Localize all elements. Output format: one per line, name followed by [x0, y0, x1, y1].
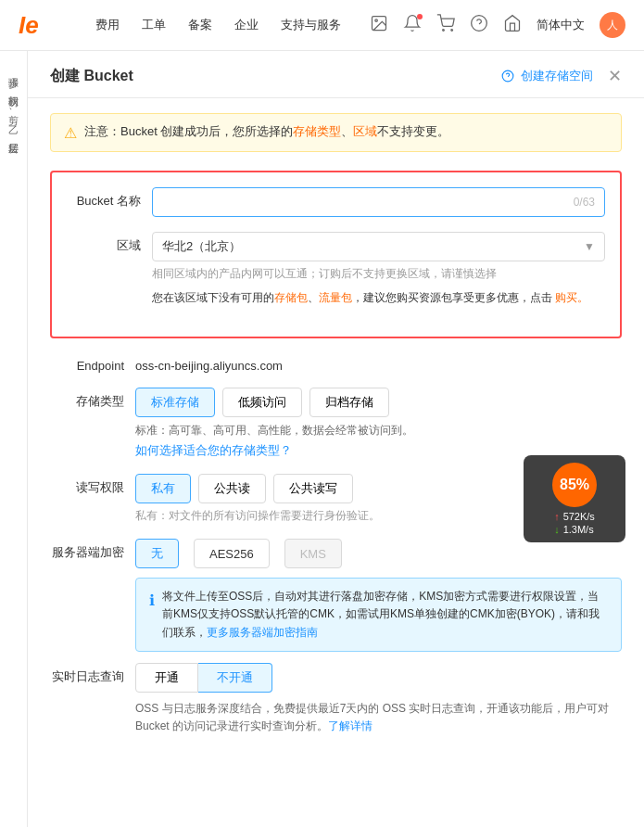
- log-label: 实时日志查询: [50, 663, 124, 685]
- highlight-section: Bucket 名称 0/63 区域 华北2: [50, 171, 622, 338]
- bell-badge: [417, 14, 423, 19]
- dialog-title: 创建 Bucket: [50, 67, 133, 86]
- region-control: 华北2（北京） ▼ 相同区域内的产品内网可以互通；订购后不支持更换区域，请谨慎选…: [152, 232, 605, 307]
- encryption-buttons: 无 AES256 KMS: [135, 539, 622, 568]
- bucket-name-input[interactable]: [162, 196, 574, 210]
- permission-public-read[interactable]: 公共读: [198, 474, 266, 503]
- up-speed: 572K/s: [563, 511, 595, 522]
- bucket-name-label: Bucket 名称: [67, 187, 141, 210]
- endpoint-control: oss-cn-beijing.aliyuncs.com: [135, 353, 622, 373]
- bucket-name-input-wrapper[interactable]: 0/63: [152, 187, 605, 217]
- dialog-header-right: 创建存储空间 ✕: [501, 66, 622, 86]
- traffic-pack-link[interactable]: 流量包: [319, 291, 352, 304]
- encrypt-kms[interactable]: KMS: [284, 539, 342, 568]
- speed-circle: 85%: [552, 463, 597, 507]
- region-label: 区域: [67, 232, 141, 254]
- region-select[interactable]: 华北2（北京） ▼: [152, 232, 605, 261]
- lang-select[interactable]: 简体中文: [537, 17, 585, 33]
- nav-fee[interactable]: 费用: [95, 17, 120, 33]
- storage-type-label: 存储类型: [50, 388, 124, 410]
- encryption-row: 服务器端加密 无 AES256 KMS ℹ 将文件上传至OSS后，自动对其进行落…: [50, 539, 622, 652]
- speed-down-row: ↓ 1.3M/s: [554, 524, 595, 535]
- nav-enterprise[interactable]: 企业: [234, 17, 259, 33]
- main-area: 步骤 访问权 剪、乙 层转层 创建 Bucket 创建存储空间 ✕: [0, 51, 644, 827]
- encryption-notice-text: 将文件上传至OSS后，自动对其进行落盘加密存储，KMS加密方式需要进行权限设置，…: [162, 588, 608, 642]
- endpoint-row: Endpoint oss-cn-beijing.aliyuncs.com: [50, 353, 622, 373]
- image-icon[interactable]: [370, 14, 388, 37]
- create-storage-help-link[interactable]: 创建存储空间: [501, 68, 593, 84]
- endpoint-label: Endpoint: [50, 353, 124, 373]
- storage-pack-link[interactable]: 存储包: [274, 291, 308, 304]
- up-arrow-icon: ↑: [554, 511, 560, 522]
- cart-icon[interactable]: [436, 14, 455, 37]
- help-icon[interactable]: [470, 14, 488, 37]
- storage-type-help-link[interactable]: 如何选择适合您的存储类型？: [135, 443, 292, 457]
- buy-link[interactable]: 购买。: [555, 291, 588, 304]
- endpoint-value: oss-cn-beijing.aliyuncs.com: [135, 353, 622, 373]
- down-arrow-icon: ↓: [554, 524, 560, 535]
- svg-point-1: [375, 19, 378, 20]
- permission-public-readwrite[interactable]: 公共读写: [273, 474, 353, 503]
- info-icon: ℹ: [149, 589, 155, 613]
- close-button[interactable]: ✕: [608, 66, 622, 86]
- speed-up-row: ↑ 572K/s: [554, 511, 595, 522]
- user-avatar[interactable]: 人: [600, 12, 625, 38]
- svg-point-2: [443, 29, 445, 31]
- encrypt-aes256[interactable]: AES256: [194, 539, 270, 568]
- speed-numbers: ↑ 572K/s ↓ 1.3M/s: [554, 511, 595, 535]
- dialog-body: ⚠ 注意：Bucket 创建成功后，您所选择的存储类型、区域不支持变更。 Buc…: [28, 98, 644, 772]
- storage-type-infrequent[interactable]: 低频访问: [222, 388, 302, 417]
- warning-text: 注意：Bucket 创建成功后，您所选择的存储类型、区域不支持变更。: [84, 123, 449, 140]
- region-warning: 您在该区域下没有可用的存储包、流量包，建议您购买资源包享受更多优惠，点击 购买。: [152, 289, 605, 307]
- logo: Ie: [19, 11, 39, 40]
- encryption-control: 无 AES256 KMS ℹ 将文件上传至OSS后，自动对其进行落盘加密存储，K…: [135, 539, 622, 652]
- encryption-notice: ℹ 将文件上传至OSS后，自动对其进行落盘加密存储，KMS加密方式需要进行权限设…: [135, 578, 622, 652]
- permission-private[interactable]: 私有: [135, 474, 191, 503]
- create-bucket-dialog: 创建 Bucket 创建存储空间 ✕ ⚠ 注意：Bucket 创建成功后，您所选…: [28, 51, 644, 827]
- log-row: 实时日志查询 开通 不开通 OSS 与日志服务深度结合，免费提供最近7天内的 O…: [50, 663, 622, 735]
- bucket-name-counter: 0/63: [574, 196, 595, 209]
- bell-icon[interactable]: [403, 14, 422, 37]
- speed-widget: 85% ↑ 572K/s ↓ 1.3M/s: [524, 455, 625, 542]
- top-nav: Ie 费用 工单 备案 企业 支持与服务 简体中文 人: [0, 0, 644, 51]
- sidebar-item-2[interactable]: 剪、乙: [6, 107, 20, 117]
- region-value: 华北2（北京）: [162, 238, 241, 255]
- log-toggle-buttons: 开通 不开通: [135, 663, 622, 693]
- warning-icon: ⚠: [64, 124, 77, 142]
- dialog-wrapper: 创建 Bucket 创建存储空间 ✕ ⚠ 注意：Bucket 创建成功后，您所选…: [28, 51, 644, 827]
- storage-type-buttons: 标准存储 低频访问 归档存储: [135, 388, 622, 417]
- svg-point-4: [472, 15, 487, 31]
- log-open-btn[interactable]: 开通: [135, 663, 198, 693]
- storage-type-archive[interactable]: 归档存储: [309, 388, 389, 417]
- encrypt-none[interactable]: 无: [135, 539, 179, 568]
- permission-label: 读写权限: [50, 474, 124, 496]
- help-link-text: 创建存储空间: [521, 68, 593, 84]
- chevron-down-icon: ▼: [584, 240, 595, 253]
- bucket-name-row: Bucket 名称 0/63: [67, 187, 605, 217]
- down-speed: 1.3M/s: [563, 524, 594, 535]
- storage-type-row: 存储类型 标准存储 低频访问 归档存储 标准：高可靠、高可用、高性能，数据会经常…: [50, 388, 622, 459]
- nav-ticket[interactable]: 工单: [142, 17, 166, 33]
- nav-links: 费用 工单 备案 企业 支持与服务: [67, 17, 370, 33]
- log-desc: OSS 与日志服务深度结合，免费提供最近7天内的 OSS 实时日志查询，开通该功…: [135, 700, 622, 735]
- sidebar: 步骤 访问权 剪、乙 层转层: [0, 51, 28, 827]
- region-row: 区域 华北2（北京） ▼ 相同区域内的产品内网可以互通；订购后不支持更换区域，请…: [67, 232, 605, 307]
- log-close-btn[interactable]: 不开通: [198, 663, 272, 693]
- encryption-guide-link[interactable]: 更多服务器端加密指南: [207, 626, 318, 639]
- nav-support[interactable]: 支持与服务: [281, 17, 341, 33]
- storage-type-control: 标准存储 低频访问 归档存储 标准：高可靠、高可用、高性能，数据会经常被访问到。…: [135, 388, 622, 459]
- home-icon[interactable]: [503, 14, 522, 37]
- storage-desc: 标准：高可靠、高可用、高性能，数据会经常被访问到。: [135, 423, 622, 439]
- nav-record[interactable]: 备案: [188, 17, 212, 33]
- warning-notice: ⚠ 注意：Bucket 创建成功后，您所选择的存储类型、区域不支持变更。: [50, 113, 622, 152]
- accent-region: 区域: [353, 124, 377, 138]
- dialog-header: 创建 Bucket 创建存储空间 ✕: [28, 51, 644, 98]
- encryption-label: 服务器端加密: [50, 539, 124, 561]
- nav-right: 简体中文 人: [370, 12, 625, 38]
- log-detail-link[interactable]: 了解详情: [328, 719, 373, 732]
- storage-type-standard[interactable]: 标准存储: [135, 388, 215, 417]
- accent-storage-type: 存储类型: [293, 124, 341, 138]
- bucket-name-control: 0/63: [152, 187, 605, 217]
- svg-point-3: [451, 29, 453, 31]
- region-hint: 相同区域内的产品内网可以互通；订购后不支持更换区域，请谨慎选择: [152, 265, 605, 282]
